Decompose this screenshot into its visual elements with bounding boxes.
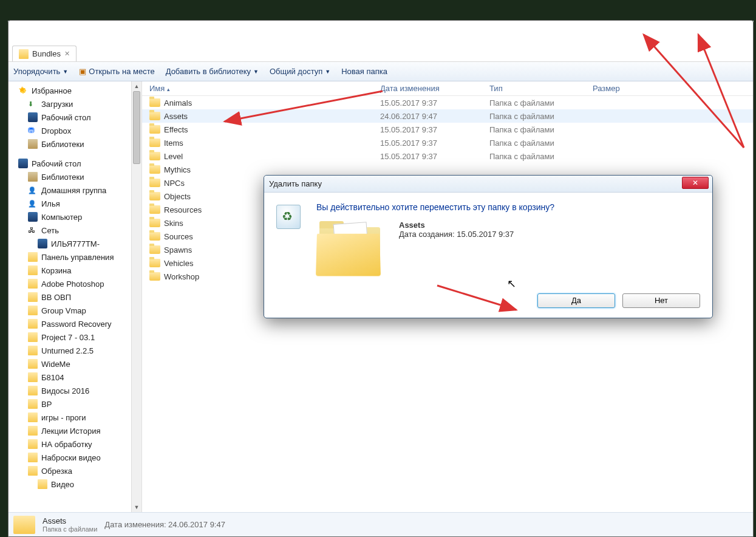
close-icon[interactable]: ✕ — [64, 50, 70, 58]
tree-item[interactable]: Adobe Photoshop — [9, 277, 141, 290]
tree-item[interactable]: Панель управления — [9, 250, 141, 264]
tree-item[interactable]: Библиотеки — [9, 137, 141, 151]
tree-item[interactable]: Компьютер — [9, 210, 141, 224]
comp-icon — [28, 212, 38, 222]
folder-icon — [149, 205, 160, 214]
file-row[interactable]: Animals15.05.2017 9:37Папка с файлами — [142, 96, 753, 109]
new-folder-button[interactable]: Новая папка — [341, 67, 387, 76]
organize-button[interactable]: Упорядочить▼ — [13, 67, 68, 76]
chevron-down-icon: ▼ — [253, 69, 259, 75]
folder-icon — [149, 152, 160, 160]
tree-item[interactable]: BP — [9, 397, 141, 411]
lib-icon — [28, 172, 38, 182]
status-type: Папка с файлами — [43, 525, 97, 533]
desktop-icon — [18, 159, 28, 168]
tree-item[interactable]: Рабочий стол — [9, 111, 141, 124]
chevron-down-icon: ▼ — [325, 69, 330, 75]
tree-item[interactable]: Dropbox — [9, 124, 141, 137]
nav-tree[interactable]: ИзбранноеЗагрузкиРабочий столDropboxБибл… — [9, 81, 142, 512]
scroll-up-button[interactable]: ▲ — [132, 81, 141, 91]
dialog-item-info: Assets Дата создания: 15.05.2017 9:37 — [399, 218, 514, 239]
delete-folder-dialog: Удалить папку ✕ Вы действительно хотите … — [264, 175, 713, 318]
tree-item[interactable]: игры - проги — [9, 411, 141, 424]
folder-icon — [28, 332, 38, 342]
scrollbar-vertical[interactable]: ▲ ▼ — [131, 81, 141, 512]
tree-item[interactable]: НА обработку — [9, 437, 141, 451]
add-to-library-button[interactable]: Добавить в библиотеку▼ — [166, 67, 259, 76]
tree-item[interactable]: Б8104 — [9, 371, 141, 384]
tree-item[interactable]: Рабочий стол — [9, 157, 141, 170]
tree-item[interactable]: BB ОВП — [9, 290, 141, 304]
tree-item[interactable]: Видео — [9, 477, 141, 491]
folder-icon — [28, 412, 38, 422]
folder-icon — [28, 466, 38, 476]
folder-preview-icon — [316, 218, 389, 279]
tab-row: Bundles ✕ — [9, 45, 753, 62]
column-size[interactable]: Размер — [585, 84, 753, 93]
folder-icon — [28, 279, 38, 289]
file-row[interactable]: Items15.05.2017 9:37Папка с файлами — [142, 136, 753, 149]
folder-icon — [28, 359, 38, 369]
tree-item[interactable]: Group Vmap — [9, 304, 141, 317]
file-row[interactable]: Mythics — [142, 163, 753, 176]
tree-item[interactable]: Unturned 2.2.5 — [9, 344, 141, 357]
folder-icon — [28, 372, 38, 382]
share-button[interactable]: Общий доступ▼ — [270, 67, 330, 76]
user-icon — [28, 185, 38, 195]
tree-item[interactable]: Избранное — [9, 84, 141, 97]
status-name: Assets — [43, 516, 97, 525]
tree-item[interactable]: Сеть — [9, 224, 141, 237]
tree-item[interactable]: ИЛЬЯ777TM- — [9, 237, 141, 250]
folder-icon — [19, 49, 29, 59]
folder-icon — [149, 232, 160, 241]
folder-icon — [28, 439, 38, 449]
scroll-down-button[interactable]: ▼ — [132, 502, 141, 512]
folder-icon — [149, 179, 160, 187]
tree-item[interactable]: Password Recovery — [9, 317, 141, 330]
lib-icon — [28, 139, 38, 149]
folder-icon — [149, 245, 160, 254]
folder-icon — [28, 386, 38, 395]
open-button[interactable]: ▣Открыть на месте — [79, 67, 154, 76]
folder-icon — [149, 192, 160, 200]
folder-icon — [149, 165, 160, 174]
tree-item[interactable]: Загрузки — [9, 97, 141, 111]
chevron-down-icon: ▼ — [63, 69, 68, 75]
tree-item[interactable]: Project 7 - 03.1 — [9, 330, 141, 344]
tree-item[interactable]: Домашняя группа — [9, 183, 141, 197]
folder-icon — [28, 319, 38, 329]
dropbox-icon — [28, 126, 38, 135]
tree-item[interactable]: Лекции История — [9, 424, 141, 437]
folder-icon — [149, 125, 160, 134]
tree-item[interactable]: WideMe — [9, 357, 141, 371]
tree-item[interactable]: Илья — [9, 197, 141, 210]
file-row[interactable]: Effects15.05.2017 9:37Папка с файлами — [142, 123, 753, 136]
tree-item[interactable]: Обрезка — [9, 464, 141, 477]
folder-icon — [28, 453, 38, 462]
column-headers[interactable]: Имя▴ Дата изменения Тип Размер — [142, 81, 753, 96]
recycle-bin-icon — [276, 202, 307, 279]
column-name[interactable]: Имя▴ — [142, 84, 373, 93]
file-row[interactable]: Assets24.06.2017 9:47Папка с файлами — [142, 109, 753, 123]
net-icon — [28, 225, 38, 235]
status-meta: Дата изменения: 24.06.2017 9:47 — [104, 520, 225, 529]
dialog-close-button[interactable]: ✕ — [682, 177, 709, 189]
tree-item[interactable]: Видосы 2016 — [9, 384, 141, 397]
column-type[interactable]: Тип — [482, 84, 585, 93]
user-icon — [28, 199, 38, 208]
scroll-thumb[interactable] — [133, 91, 140, 164]
folder-icon — [149, 259, 160, 267]
tree-item[interactable]: Корзина — [9, 264, 141, 277]
no-button[interactable]: Нет — [622, 293, 700, 308]
yes-button[interactable]: Да — [537, 293, 615, 308]
sort-asc-icon: ▴ — [167, 86, 170, 92]
tree-item[interactable]: Библиотеки — [9, 170, 141, 183]
tab-bundles[interactable]: Bundles ✕ — [12, 46, 77, 61]
folder-icon — [149, 219, 160, 227]
folder-icon — [13, 516, 35, 534]
file-row[interactable]: Level15.05.2017 9:37Папка с файлами — [142, 149, 753, 163]
toolbar: Упорядочить▼ ▣Открыть на месте Добавить … — [9, 62, 753, 81]
tree-item[interactable]: Наброски видео — [9, 451, 141, 464]
column-date[interactable]: Дата изменения — [373, 84, 482, 93]
star-icon — [18, 86, 28, 95]
